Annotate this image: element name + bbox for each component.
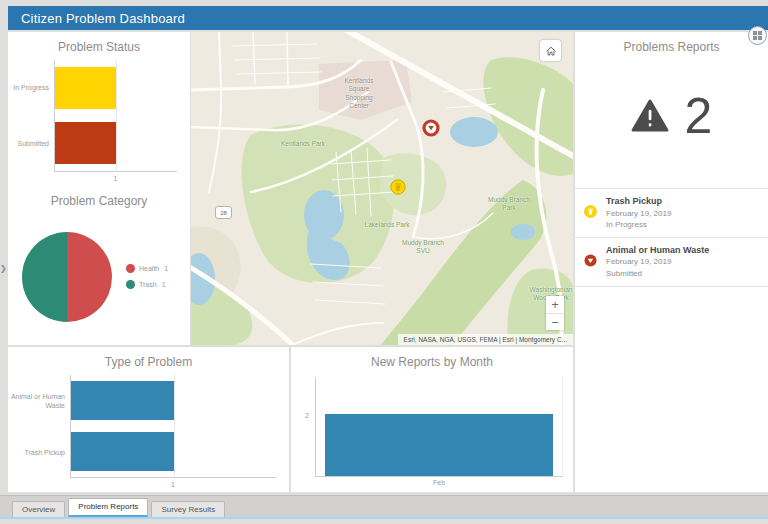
- zoom-out-button[interactable]: −: [546, 313, 564, 330]
- pie-chart[interactable]: [22, 232, 112, 322]
- chart-title: New Reports by Month: [291, 347, 573, 369]
- chart-title: Problem Status: [8, 32, 190, 54]
- reports-list: Trash PickupFebruary 19, 2019In Progress…: [575, 188, 768, 287]
- legend-value: 1: [164, 265, 168, 272]
- home-icon: [545, 45, 557, 57]
- x-axis-label-feb: Feb: [433, 479, 445, 492]
- bar-submitted[interactable]: [55, 122, 116, 164]
- report-date: February 19, 2019: [606, 256, 709, 268]
- plot-area: [70, 375, 276, 478]
- new-reports-by-month-chart: New Reports by Month 2Feb: [291, 347, 573, 492]
- report-date: February 19, 2019: [606, 208, 671, 220]
- type-of-problem-chart: Type of Problem Animal or Human WasteTra…: [8, 347, 289, 492]
- legend-swatch: [126, 264, 135, 273]
- legend-value: 1: [162, 281, 166, 288]
- chart-title: Problem Category: [8, 186, 190, 208]
- category-label-submitted: Submitted: [8, 116, 54, 172]
- map-label-muddy-branch: Muddy Branch SVU: [402, 239, 444, 256]
- problem-status-chart: Problem Status In ProgressSubmitted1: [8, 32, 190, 186]
- bar-trash-pickup[interactable]: [71, 432, 174, 471]
- new-reports-by-month-panel: New Reports by Month 2Feb: [291, 347, 573, 492]
- tab-overview[interactable]: Overview: [12, 501, 65, 517]
- report-item-animal-or-human-waste[interactable]: Animal or Human WasteFebruary 19, 2019Su…: [575, 238, 768, 287]
- x-axis-tick: 1: [171, 481, 175, 488]
- header-bar: Citizen Problem Dashboard: [8, 6, 768, 30]
- page-title: Citizen Problem Dashboard: [21, 11, 185, 26]
- waste-report-marker[interactable]: [422, 119, 441, 142]
- legend-label: Health: [139, 265, 159, 272]
- plot-area: [54, 60, 177, 172]
- report-status: In Progress: [606, 219, 671, 231]
- legend-item-health[interactable]: Health1: [126, 264, 168, 273]
- problems-reports-panel: Problems Reports 2 Trash PickupFebruary …: [575, 32, 768, 492]
- pie-legend: Health1Trash1: [126, 264, 168, 289]
- map-label-kentlands: Kentlands Square Shopping Center: [345, 77, 374, 111]
- map-attribution: Esri, NASA, NGA, USGS, FEMA | Esri | Mon…: [398, 334, 573, 345]
- reports-count-indicator: 2: [575, 86, 768, 146]
- report-title: Trash Pickup: [606, 195, 671, 208]
- waste-status-icon: [584, 244, 599, 280]
- panel-title: Problems Reports: [575, 32, 768, 54]
- grid-menu-icon: [753, 31, 762, 40]
- category-label-animal-or-human-waste: Animal or Human Waste: [8, 375, 70, 427]
- legend-item-trash[interactable]: Trash1: [126, 280, 168, 289]
- dashboard-tab-bar: OverviewProblem ReportsSurvey Results: [0, 495, 768, 517]
- problem-category-chart: Problem Category Health1Trash1: [8, 186, 190, 345]
- report-title: Animal or Human Waste: [606, 244, 709, 257]
- y-axis-tick: 2: [305, 411, 309, 418]
- zoom-in-button[interactable]: +: [546, 296, 564, 313]
- left-charts-panel: Problem Status In ProgressSubmitted1 Pro…: [8, 32, 190, 345]
- map-label-muddy-branch: Muddy Branch Park: [488, 196, 530, 213]
- map-label-kentlands-park: Kentlands Park: [281, 140, 325, 148]
- citizen-problem-dashboard: Citizen Problem Dashboard Problem Status…: [0, 0, 768, 524]
- zoom-controls: + −: [546, 296, 564, 330]
- bar-in-progress[interactable]: [55, 67, 116, 109]
- bar-feb[interactable]: [325, 414, 554, 476]
- plot-area: [315, 377, 563, 477]
- map-widget: Kentlands Square Shopping CenterKentland…: [191, 32, 573, 345]
- x-axis-tick: 1: [114, 175, 118, 182]
- report-item-trash-pickup[interactable]: Trash PickupFebruary 19, 2019In Progress: [575, 189, 768, 238]
- bar-animal-or-human-waste[interactable]: [71, 381, 174, 420]
- legend-swatch: [126, 280, 135, 289]
- left-panel-expand-arrow[interactable]: ❯: [0, 260, 8, 276]
- category-label-in-progress: In Progress: [8, 60, 54, 116]
- home-button[interactable]: [540, 40, 561, 61]
- warning-icon: [631, 99, 669, 133]
- basemap[interactable]: [191, 32, 573, 345]
- type-of-problem-panel: Type of Problem Animal or Human WasteTra…: [8, 347, 289, 492]
- route-shield: 28: [215, 206, 232, 219]
- tab-problem-reports[interactable]: Problem Reports: [68, 498, 148, 517]
- category-label-trash-pickup: Trash Pickup: [8, 427, 70, 479]
- bottom-accent-line: [0, 517, 768, 519]
- reports-count-value: 2: [685, 87, 713, 145]
- map-label-lakelands-park: Lakelands Park: [365, 221, 410, 229]
- legend-label: Trash: [139, 281, 157, 288]
- trash-status-icon: [584, 195, 599, 231]
- tab-survey-results[interactable]: Survey Results: [151, 501, 225, 517]
- trash-report-marker[interactable]: [390, 179, 407, 200]
- report-status: Submitted: [606, 268, 709, 280]
- widget-menu-button[interactable]: [748, 26, 767, 45]
- chart-title: Type of Problem: [8, 347, 289, 369]
